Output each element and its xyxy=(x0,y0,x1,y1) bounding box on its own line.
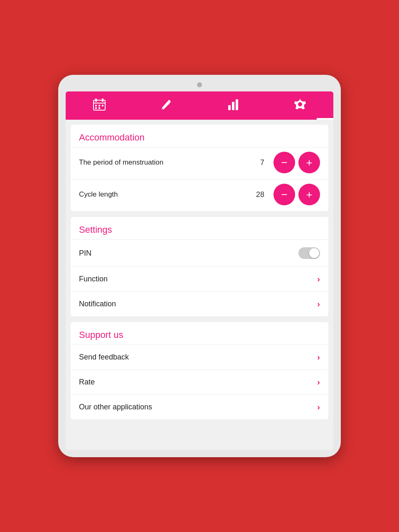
function-label: Function xyxy=(79,275,317,283)
svg-rect-7 xyxy=(95,107,97,109)
active-tab-indicator xyxy=(317,118,333,120)
main-content: Accommodation The period of menstruation… xyxy=(66,120,333,450)
calendar-icon xyxy=(93,98,106,114)
svg-rect-11 xyxy=(232,102,234,110)
tab-settings[interactable] xyxy=(266,91,333,120)
svg-rect-10 xyxy=(228,105,231,110)
menstruation-plus-button[interactable]: + xyxy=(298,152,320,173)
cycle-plus-button[interactable]: + xyxy=(298,184,320,205)
notification-label: Notification xyxy=(79,300,317,308)
cycle-length-value: 28 xyxy=(253,190,264,199)
function-row[interactable]: Function › xyxy=(71,266,328,291)
tab-calendar[interactable] xyxy=(66,91,133,120)
send-feedback-chevron-icon: › xyxy=(317,352,320,362)
cycle-length-row: Cycle length 28 − + xyxy=(71,179,328,211)
svg-rect-2 xyxy=(102,99,103,102)
menstruation-value: 7 xyxy=(253,158,264,167)
other-apps-label: Our other applications xyxy=(79,403,317,411)
pin-label: PIN xyxy=(79,249,298,258)
rate-label: Rate xyxy=(79,378,317,387)
edit-icon xyxy=(160,98,172,113)
menstruation-row: The period of menstruation 7 − + xyxy=(71,147,328,179)
notification-chevron-icon: › xyxy=(317,299,320,309)
settings-card: Settings PIN Function › xyxy=(71,217,328,316)
support-card: Support us Send feedback › Rate › Our ot… xyxy=(71,322,328,419)
svg-point-14 xyxy=(298,102,302,106)
send-feedback-label: Send feedback xyxy=(79,353,317,362)
cycle-minus-button[interactable]: − xyxy=(273,184,295,205)
settings-title: Settings xyxy=(71,217,328,239)
svg-rect-4 xyxy=(95,105,97,106)
pin-toggle-container xyxy=(298,247,320,259)
gear-icon xyxy=(293,98,307,114)
svg-rect-1 xyxy=(95,99,97,102)
support-title: Support us xyxy=(71,322,328,345)
chart-icon xyxy=(227,98,240,114)
pin-row[interactable]: PIN xyxy=(71,239,328,266)
send-feedback-row[interactable]: Send feedback › xyxy=(71,345,328,369)
tablet-frame: Accommodation The period of menstruation… xyxy=(58,75,341,457)
rate-chevron-icon: › xyxy=(317,377,320,387)
cycle-length-label: Cycle length xyxy=(79,190,253,199)
other-apps-row[interactable]: Our other applications › xyxy=(71,394,328,419)
svg-rect-8 xyxy=(99,107,100,109)
pin-toggle-knob xyxy=(309,248,319,258)
accommodation-card: Accommodation The period of menstruation… xyxy=(71,125,328,211)
tab-edit[interactable] xyxy=(133,91,200,120)
other-apps-chevron-icon: › xyxy=(317,402,320,412)
accommodation-title: Accommodation xyxy=(71,125,328,147)
notification-row[interactable]: Notification › xyxy=(71,291,328,316)
menstruation-label: The period of menstruation xyxy=(79,158,253,167)
rate-row[interactable]: Rate › xyxy=(71,369,328,394)
tablet-screen: Accommodation The period of menstruation… xyxy=(66,91,333,450)
navbar xyxy=(66,91,333,120)
svg-rect-12 xyxy=(236,99,238,110)
tab-chart[interactable] xyxy=(200,91,266,120)
svg-rect-5 xyxy=(99,105,100,106)
svg-rect-6 xyxy=(102,105,103,106)
function-chevron-icon: › xyxy=(317,274,320,284)
menstruation-minus-button[interactable]: − xyxy=(273,152,295,173)
pin-toggle[interactable] xyxy=(298,247,320,259)
tablet-camera xyxy=(197,82,202,87)
